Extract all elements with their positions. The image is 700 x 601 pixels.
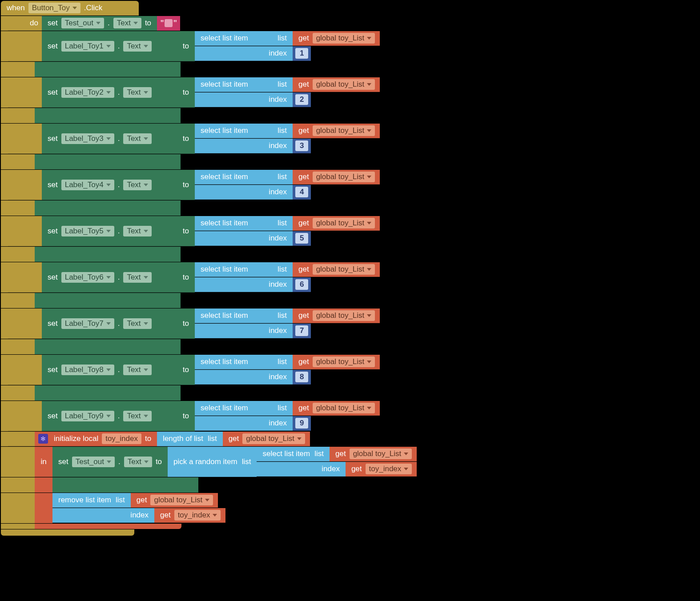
- var-dropdown[interactable]: global toy_List: [150, 495, 213, 505]
- var-dropdown[interactable]: global toy_List: [313, 218, 375, 228]
- set-block[interactable]: set Label_Toy6 . Text to: [42, 262, 195, 292]
- set-block[interactable]: set Label_Toy2 . Text to: [42, 77, 195, 108]
- var-dropdown[interactable]: global toy_List: [313, 172, 375, 182]
- set-block[interactable]: set Label_Toy8 . Text to: [42, 355, 195, 385]
- select-list-item-block[interactable]: select list item list: [195, 216, 293, 231]
- local-var-name[interactable]: toy_index: [102, 433, 141, 444]
- length-of-list-block[interactable]: length of list list: [157, 432, 223, 446]
- number-value[interactable]: 9: [295, 418, 308, 429]
- text-input[interactable]: [165, 19, 173, 27]
- component-dropdown[interactable]: Label_Toy7: [61, 318, 114, 329]
- number-value[interactable]: 2: [295, 94, 308, 105]
- number-value[interactable]: 1: [295, 48, 308, 59]
- var-dropdown[interactable]: global toy_List: [313, 79, 375, 90]
- get-toy-index[interactable]: get toy_index: [154, 508, 225, 523]
- component-dropdown[interactable]: Test_out: [61, 18, 104, 28]
- var-dropdown[interactable]: global toy_List: [350, 449, 412, 459]
- get-global-list[interactable]: get global toy_List: [223, 432, 310, 446]
- component-dropdown[interactable]: Label_Toy5: [61, 226, 114, 236]
- var-dropdown[interactable]: toy_index: [366, 464, 412, 474]
- get-block[interactable]: get global toy_List: [293, 401, 380, 416]
- get-global-list[interactable]: get global toy_List: [131, 493, 218, 508]
- number-block[interactable]: 8: [293, 370, 311, 385]
- var-dropdown[interactable]: global toy_List: [313, 125, 375, 136]
- property-dropdown[interactable]: Text: [113, 18, 141, 28]
- component-dropdown[interactable]: Button_Toy: [28, 3, 80, 13]
- number-block[interactable]: 7: [293, 324, 311, 338]
- number-value[interactable]: 7: [295, 325, 308, 336]
- component-dropdown[interactable]: Label_Toy3: [61, 133, 114, 144]
- select-list-item-block[interactable]: select list item list: [195, 309, 293, 323]
- get-block[interactable]: get global toy_List: [293, 216, 380, 231]
- number-block[interactable]: 1: [293, 46, 311, 61]
- pick-random-block[interactable]: pick a random item list: [168, 447, 257, 477]
- component-dropdown[interactable]: Label_Toy8: [61, 365, 114, 375]
- var-dropdown[interactable]: global toy_List: [313, 264, 375, 275]
- select-list-item-block[interactable]: select list item list: [195, 170, 293, 184]
- number-block[interactable]: 4: [293, 185, 311, 200]
- var-dropdown[interactable]: global toy_List: [242, 433, 305, 444]
- get-block[interactable]: get global toy_List: [293, 124, 380, 138]
- set-block[interactable]: set Label_Toy1 . Text to: [42, 31, 195, 61]
- component-dropdown[interactable]: Label_Toy1: [61, 41, 114, 52]
- get-global-list[interactable]: get global toy_List: [330, 447, 417, 461]
- when-block[interactable]: when Button_Toy .Click: [1, 1, 139, 16]
- select-list-item-block[interactable]: select list item list: [195, 77, 293, 92]
- number-value[interactable]: 5: [295, 233, 308, 244]
- number-block[interactable]: 5: [293, 231, 311, 246]
- property-dropdown[interactable]: Text: [123, 41, 151, 52]
- init-local-block[interactable]: ✻ initialize local toy_index to: [35, 432, 157, 446]
- var-dropdown[interactable]: global toy_List: [313, 357, 375, 367]
- get-block[interactable]: get global toy_List: [293, 31, 380, 46]
- select-list-item-block[interactable]: select list item list: [257, 447, 330, 461]
- set-block[interactable]: set Label_Toy4 . Text to: [42, 170, 195, 200]
- var-dropdown[interactable]: global toy_List: [313, 310, 375, 321]
- property-dropdown[interactable]: Text: [123, 133, 151, 144]
- var-dropdown[interactable]: global toy_List: [313, 33, 375, 44]
- property-dropdown[interactable]: Text: [123, 180, 151, 190]
- property-dropdown[interactable]: Text: [124, 457, 152, 467]
- property-dropdown[interactable]: Text: [123, 318, 151, 329]
- get-block[interactable]: get global toy_List: [293, 170, 380, 184]
- select-list-item-block[interactable]: select list item list: [195, 124, 293, 138]
- number-value[interactable]: 3: [295, 140, 308, 151]
- set-block[interactable]: set Test_out . Text to: [42, 16, 157, 31]
- set-block[interactable]: set Label_Toy7 . Text to: [42, 309, 195, 339]
- set-block[interactable]: set Label_Toy3 . Text to: [42, 124, 195, 154]
- component-dropdown[interactable]: Test_out: [72, 457, 115, 467]
- number-block[interactable]: 6: [293, 277, 311, 292]
- property-dropdown[interactable]: Text: [123, 272, 151, 283]
- remove-list-item-block[interactable]: remove list item list: [52, 493, 131, 508]
- var-dropdown[interactable]: global toy_List: [313, 403, 375, 413]
- number-value[interactable]: 8: [295, 372, 308, 382]
- select-list-item-block[interactable]: select list item list: [195, 262, 293, 277]
- set-block[interactable]: set Label_Toy9 . Text to: [42, 401, 195, 431]
- component-dropdown[interactable]: Label_Toy6: [61, 272, 114, 283]
- var-dropdown[interactable]: toy_index: [174, 510, 221, 521]
- component-dropdown[interactable]: Label_Toy9: [61, 411, 114, 421]
- get-block[interactable]: get global toy_List: [293, 262, 380, 277]
- do-label: [8, 216, 42, 246]
- get-toy-index[interactable]: get toy_index: [346, 462, 417, 477]
- number-block[interactable]: 2: [293, 92, 311, 107]
- text-literal-block[interactable]: "": [157, 16, 180, 31]
- get-block[interactable]: get global toy_List: [293, 77, 380, 92]
- get-block[interactable]: get global toy_List: [293, 309, 380, 323]
- select-list-item-block[interactable]: select list item list: [195, 355, 293, 369]
- get-block[interactable]: get global toy_List: [293, 355, 380, 369]
- select-list-item-block[interactable]: select list item list: [195, 401, 293, 416]
- property-dropdown[interactable]: Text: [123, 365, 151, 375]
- number-block[interactable]: 3: [293, 139, 311, 153]
- number-value[interactable]: 6: [295, 279, 308, 290]
- property-dropdown[interactable]: Text: [123, 411, 151, 421]
- property-dropdown[interactable]: Text: [123, 226, 151, 236]
- component-dropdown[interactable]: Label_Toy4: [61, 180, 114, 190]
- component-dropdown[interactable]: Label_Toy2: [61, 87, 114, 98]
- gear-icon[interactable]: ✻: [38, 434, 48, 444]
- number-value[interactable]: 4: [295, 187, 308, 197]
- set-block[interactable]: set Test_out . Text to: [52, 447, 168, 477]
- select-list-item-block[interactable]: select list item list: [195, 31, 293, 46]
- number-block[interactable]: 9: [293, 416, 311, 431]
- set-block[interactable]: set Label_Toy5 . Text to: [42, 216, 195, 246]
- property-dropdown[interactable]: Text: [123, 87, 151, 98]
